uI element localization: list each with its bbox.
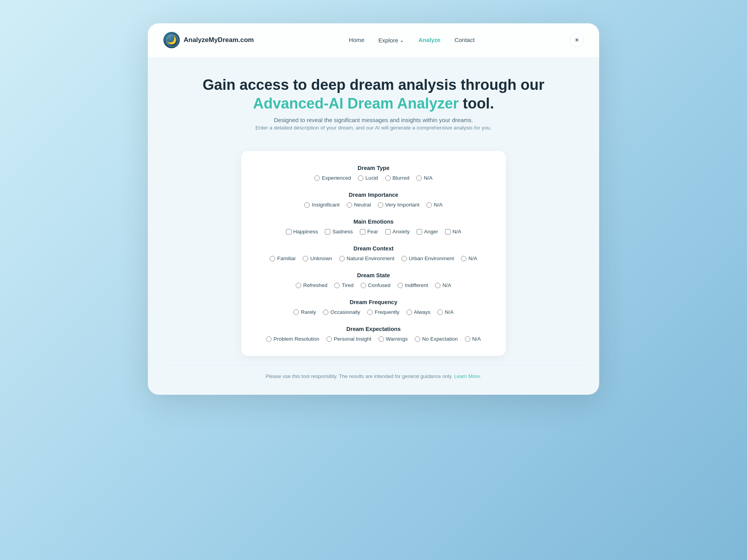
divider — [163, 365, 584, 366]
section-label-main-emotions: Main Emotions — [260, 219, 487, 225]
theme-toggle-button[interactable]: ☀ — [570, 33, 584, 47]
input-main-emotions-5[interactable] — [445, 229, 451, 234]
option-dream-context-urban-environment[interactable]: Urban Environment — [402, 256, 454, 261]
section-label-dream-type: Dream Type — [260, 165, 487, 171]
option-dream-frequency-n/a[interactable]: N/A — [437, 309, 454, 315]
option-dream-frequency-frequently[interactable]: Frequently — [367, 309, 400, 315]
input-dream-expectations-0[interactable] — [266, 336, 272, 342]
option-dream-frequency-always[interactable]: Always — [407, 309, 431, 315]
option-dream-state-tired[interactable]: Tired — [334, 282, 353, 288]
option-dream-expectations-warnings[interactable]: Warnings — [379, 336, 408, 342]
footer-note: Please use this tool responsibly. The re… — [148, 373, 599, 379]
analyzer-form-card: Dream TypeExperiencedLucidBlurredN/ADrea… — [241, 151, 506, 356]
option-main-emotions-sadness[interactable]: Sadness — [325, 229, 353, 234]
option-main-emotions-happiness[interactable]: Happiness — [286, 229, 318, 234]
option-dream-importance-n/a[interactable]: N/A — [426, 202, 443, 208]
logo-icon: 🌙 — [163, 32, 180, 48]
option-dream-expectations-problem-resolution[interactable]: Problem Resolution — [266, 336, 319, 342]
option-dream-frequency-rarely[interactable]: Rarely — [293, 309, 316, 315]
option-dream-context-familiar[interactable]: Familiar — [270, 256, 296, 261]
nav-explore[interactable]: Explore — [379, 37, 405, 44]
input-dream-context-3[interactable] — [402, 256, 407, 261]
input-dream-state-4[interactable] — [435, 283, 440, 288]
input-dream-frequency-0[interactable] — [293, 310, 299, 315]
input-main-emotions-1[interactable] — [325, 229, 330, 234]
input-main-emotions-4[interactable] — [417, 229, 422, 234]
option-dream-state-n/a[interactable]: N/A — [435, 282, 451, 288]
option-dream-expectations-no-expectation[interactable]: No Expectation — [415, 336, 458, 342]
learn-more-link[interactable]: Learn More. — [454, 373, 481, 379]
input-main-emotions-2[interactable] — [360, 229, 365, 234]
section-label-dream-context: Dream Context — [260, 245, 487, 252]
input-dream-expectations-2[interactable] — [379, 336, 384, 342]
hero-subtitle1: Designed to reveal the significant messa… — [163, 117, 584, 123]
input-dream-context-4[interactable] — [461, 256, 466, 261]
input-dream-type-2[interactable] — [385, 175, 391, 181]
input-dream-context-2[interactable] — [339, 256, 345, 261]
options-row-dream-context: FamiliarUnknownNatural EnvironmentUrban … — [260, 256, 487, 261]
options-row-dream-frequency: RarelyOccasionallyFrequentlyAlwaysN/A — [260, 309, 487, 315]
option-dream-type-n/a[interactable]: N/A — [416, 175, 433, 181]
option-main-emotions-anger[interactable]: Anger — [417, 229, 438, 234]
input-dream-importance-1[interactable] — [347, 202, 352, 208]
option-dream-frequency-occasionally[interactable]: Occasionally — [323, 309, 360, 315]
nav-analyze[interactable]: Analyze — [418, 37, 440, 43]
section-label-dream-importance: Dream Importance — [260, 192, 487, 198]
navbar: 🌙 AnalyzeMyDream.com Home Explore Analyz… — [148, 23, 599, 57]
option-dream-context-unknown[interactable]: Unknown — [303, 256, 332, 261]
options-row-dream-expectations: Problem ResolutionPersonal InsightWarnin… — [260, 336, 487, 342]
input-dream-frequency-1[interactable] — [323, 310, 328, 315]
option-main-emotions-anxiety[interactable]: Anxiety — [385, 229, 410, 234]
input-dream-frequency-3[interactable] — [407, 310, 412, 315]
logo: 🌙 AnalyzeMyDream.com — [163, 32, 254, 48]
option-main-emotions-fear[interactable]: Fear — [360, 229, 378, 234]
input-dream-type-1[interactable] — [358, 175, 363, 181]
options-row-dream-type: ExperiencedLucidBlurredN/A — [260, 175, 487, 181]
option-dream-state-refreshed[interactable]: Refreshed — [296, 282, 327, 288]
logo-text: AnalyzeMyDream.com — [184, 36, 254, 44]
section-dream-type: Dream TypeExperiencedLucidBlurredN/A — [260, 165, 487, 181]
option-dream-context-natural-environment[interactable]: Natural Environment — [339, 256, 395, 261]
input-dream-expectations-3[interactable] — [415, 336, 420, 342]
input-dream-type-0[interactable] — [314, 175, 320, 181]
input-dream-state-1[interactable] — [334, 283, 340, 288]
option-dream-expectations-n/a[interactable]: N/A — [465, 336, 481, 342]
option-dream-type-lucid[interactable]: Lucid — [358, 175, 378, 181]
input-dream-frequency-4[interactable] — [437, 310, 443, 315]
input-dream-importance-3[interactable] — [426, 202, 432, 208]
nav-links: Home Explore Analyze Contact — [349, 37, 475, 44]
input-main-emotions-3[interactable] — [385, 229, 391, 234]
option-dream-importance-insignificant[interactable]: Insignificant — [304, 202, 339, 208]
input-main-emotions-0[interactable] — [286, 229, 291, 234]
option-dream-type-experienced[interactable]: Experienced — [314, 175, 351, 181]
nav-contact[interactable]: Contact — [454, 37, 475, 43]
hero-section: Gain access to deep dream analysis throu… — [148, 57, 599, 143]
input-dream-context-1[interactable] — [303, 256, 308, 261]
page-card: 🌙 AnalyzeMyDream.com Home Explore Analyz… — [148, 23, 599, 395]
input-dream-importance-0[interactable] — [304, 202, 310, 208]
options-row-dream-state: RefreshedTiredConfusedIndifferentN/A — [260, 282, 487, 288]
input-dream-state-0[interactable] — [296, 283, 301, 288]
options-row-main-emotions: HappinessSadnessFearAnxietyAngerN/A — [260, 229, 487, 234]
input-dream-importance-2[interactable] — [378, 202, 383, 208]
option-dream-importance-very-important[interactable]: Very Important — [378, 202, 419, 208]
input-dream-expectations-4[interactable] — [465, 336, 470, 342]
option-dream-state-confused[interactable]: Confused — [361, 282, 391, 288]
section-main-emotions: Main EmotionsHappinessSadnessFearAnxiety… — [260, 219, 487, 234]
option-main-emotions-n/a[interactable]: N/A — [445, 229, 461, 234]
option-dream-type-blurred[interactable]: Blurred — [385, 175, 410, 181]
input-dream-frequency-2[interactable] — [367, 310, 373, 315]
input-dream-context-0[interactable] — [270, 256, 275, 261]
input-dream-expectations-1[interactable] — [326, 336, 332, 342]
nav-home[interactable]: Home — [349, 37, 365, 43]
option-dream-expectations-personal-insight[interactable]: Personal Insight — [326, 336, 372, 342]
input-dream-type-3[interactable] — [416, 175, 422, 181]
options-row-dream-importance: InsignificantNeutralVery ImportantN/A — [260, 202, 487, 208]
section-dream-importance: Dream ImportanceInsignificantNeutralVery… — [260, 192, 487, 208]
input-dream-state-2[interactable] — [361, 283, 366, 288]
option-dream-importance-neutral[interactable]: Neutral — [347, 202, 371, 208]
section-label-dream-expectations: Dream Expectations — [260, 326, 487, 332]
input-dream-state-3[interactable] — [398, 283, 403, 288]
option-dream-state-indifferent[interactable]: Indifferent — [398, 282, 428, 288]
option-dream-context-n/a[interactable]: N/A — [461, 256, 477, 261]
